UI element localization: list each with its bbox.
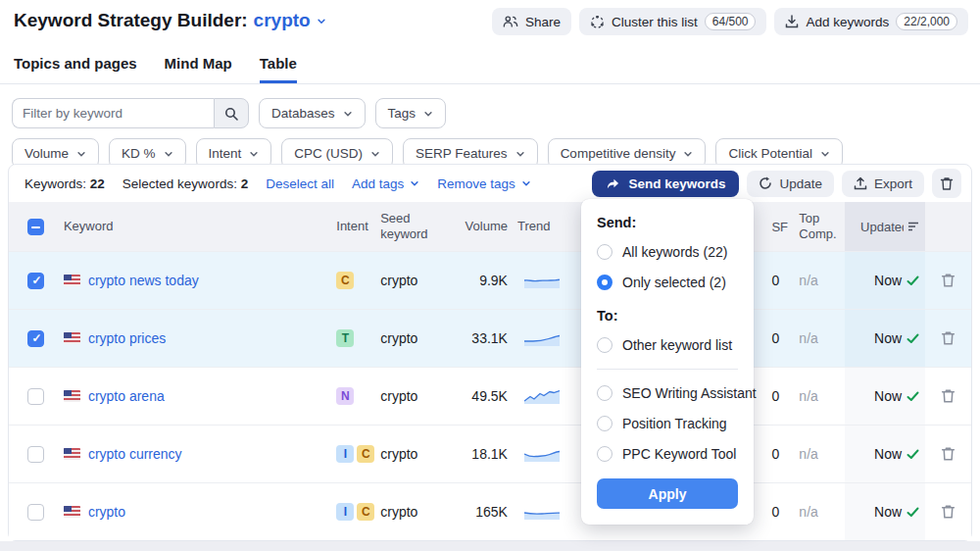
to-heading: To:	[597, 308, 738, 324]
header-actions: Share Cluster this list 64/500 Add keywo…	[492, 8, 968, 35]
header-sf[interactable]: SF	[771, 220, 799, 234]
keyword-link[interactable]: crypto news today	[88, 273, 199, 288]
row-trash-icon[interactable]	[941, 504, 956, 520]
delete-selected-button[interactable]	[932, 169, 961, 198]
trash-icon	[940, 176, 954, 191]
header-volume[interactable]: Volume	[454, 219, 508, 234]
us-flag-icon	[64, 448, 80, 460]
table-row[interactable]: crypto currency IC crypto 18.1K 0 n/a No…	[9, 425, 971, 482]
table-toolbar: Keywords: 22 Selected keywords: 2 Desele…	[9, 165, 971, 202]
apply-button[interactable]: Apply	[597, 478, 738, 509]
intent-badge-informational: I	[336, 503, 354, 521]
radio-unselected-icon[interactable]	[597, 416, 612, 431]
header-seed-keyword[interactable]: Seed keyword	[380, 211, 454, 243]
databases-filter[interactable]: Databases	[259, 98, 366, 128]
volume-cell: 18.1K	[454, 446, 508, 462]
row-trash-icon[interactable]	[941, 273, 956, 288]
page-background-strip	[0, 541, 980, 551]
trend-sparkline	[508, 330, 562, 346]
tags-label: Tags	[388, 106, 416, 121]
header-updated-sorted[interactable]: Updated	[845, 202, 925, 251]
cluster-list-button[interactable]: Cluster this list 64/500	[579, 8, 766, 35]
top-comp-cell: n/a	[799, 273, 845, 288]
toolbar-left: Keywords: 22 Selected keywords: 2 Desele…	[24, 176, 531, 191]
seed-keyword-cell: crypto	[380, 446, 454, 462]
header-trend[interactable]: Trend	[508, 219, 562, 234]
sf-cell: 0	[771, 446, 799, 462]
tab-table[interactable]: Table	[260, 49, 297, 83]
add-tags-dropdown[interactable]: Add tags	[352, 176, 419, 191]
share-button[interactable]: Share	[492, 8, 571, 35]
row-trash-icon[interactable]	[941, 388, 956, 404]
row-trash-icon[interactable]	[941, 446, 956, 462]
remove-tags-dropdown[interactable]: Remove tags	[437, 176, 531, 191]
table-row[interactable]: crypto arena N crypto 49.5K 0 n/a Now	[9, 367, 971, 425]
tab-mind-map[interactable]: Mind Map	[165, 49, 232, 83]
update-button[interactable]: Update	[747, 171, 834, 197]
export-label: Export	[874, 176, 912, 191]
deselect-all-link[interactable]: Deselect all	[266, 176, 334, 191]
cluster-label: Cluster this list	[612, 15, 698, 29]
option-all-keywords[interactable]: All keywords (22)	[597, 244, 738, 260]
cluster-icon	[590, 15, 605, 29]
radio-unselected-icon[interactable]	[597, 244, 612, 260]
chevron-down-icon	[76, 149, 86, 159]
send-keywords-button[interactable]: Send keywords	[592, 171, 739, 197]
header-top-comp[interactable]: Top Comp.	[799, 211, 845, 243]
option-position-tracking-label: Position Tracking	[622, 416, 727, 431]
updated-label: Updated	[860, 220, 904, 234]
header-intent[interactable]: Intent	[336, 219, 380, 234]
volume-cell: 9.9K	[454, 273, 508, 288]
option-position-tracking[interactable]: Position Tracking	[597, 416, 738, 431]
table-row[interactable]: crypto news today C crypto 9.9K 0 n/a No…	[9, 251, 971, 309]
intent-badge-commercial: C	[357, 445, 374, 463]
row-checkbox[interactable]	[27, 446, 44, 463]
keyword-link[interactable]: crypto	[88, 504, 125, 520]
option-other-keyword-list[interactable]: Other keyword list	[597, 337, 738, 353]
radio-unselected-icon[interactable]	[597, 337, 612, 353]
chevron-down-icon[interactable]	[317, 16, 326, 25]
share-people-icon	[503, 15, 518, 28]
radio-unselected-icon[interactable]	[597, 446, 612, 462]
radio-unselected-icon[interactable]	[597, 385, 612, 401]
option-only-selected[interactable]: Only selected (2)	[597, 275, 738, 290]
row-checkbox[interactable]	[27, 330, 44, 347]
tab-topics-and-pages[interactable]: Topics and pages	[14, 49, 137, 83]
table-header-row: Keyword Intent Seed keyword Volume Trend…	[9, 202, 971, 251]
list-name-dropdown[interactable]: crypto	[254, 10, 311, 31]
keyword-link[interactable]: crypto arena	[88, 388, 165, 404]
row-trash-icon[interactable]	[941, 330, 956, 346]
row-checkbox[interactable]	[27, 504, 44, 521]
keyword-link[interactable]: crypto prices	[88, 330, 166, 346]
radio-selected-icon[interactable]	[597, 275, 612, 290]
send-keywords-panel: Send: All keywords (22) Only selected (2…	[581, 199, 754, 525]
row-checkbox[interactable]	[27, 273, 44, 289]
option-ppc-keyword-tool[interactable]: PPC Keyword Tool	[597, 446, 738, 462]
chevron-down-icon	[423, 109, 433, 119]
updated-cell: Now	[845, 310, 925, 367]
check-icon	[906, 507, 919, 518]
keywords-table-card: Keywords: 22 Selected keywords: 2 Desele…	[8, 164, 972, 541]
table-row[interactable]: crypto prices T crypto 33.1K 0 n/a Now	[9, 309, 971, 367]
header-keyword[interactable]: Keyword	[64, 219, 336, 234]
table-row[interactable]: crypto IC crypto 165K 0 n/a Now	[9, 482, 971, 540]
search-button[interactable]	[214, 98, 249, 128]
seed-keyword-cell: crypto	[380, 504, 454, 520]
add-keywords-button[interactable]: Add keywords 22/2,000	[774, 8, 968, 35]
check-icon	[906, 333, 919, 344]
keyword-link[interactable]: crypto currency	[88, 446, 182, 462]
keyword-filter-input[interactable]	[12, 98, 214, 128]
option-seo-writing-assistant[interactable]: SEO Writing Assistant	[597, 385, 738, 401]
filters-section: Databases Tags Volume KD % Intent CPC (U…	[0, 84, 980, 169]
sort-descending-icon	[908, 222, 919, 231]
row-checkbox[interactable]	[27, 388, 44, 405]
us-flag-icon	[64, 390, 80, 402]
option-only-selected-label: Only selected (2)	[622, 275, 726, 290]
select-all-checkbox[interactable]	[27, 219, 44, 235]
sf-cell: 0	[771, 273, 799, 288]
serp-features-label: SERP Features	[416, 146, 508, 161]
tags-filter[interactable]: Tags	[375, 98, 447, 128]
tab-bar: Topics and pages Mind Map Table	[0, 49, 980, 84]
volume-cell: 165K	[454, 504, 508, 520]
export-button[interactable]: Export	[842, 171, 924, 197]
